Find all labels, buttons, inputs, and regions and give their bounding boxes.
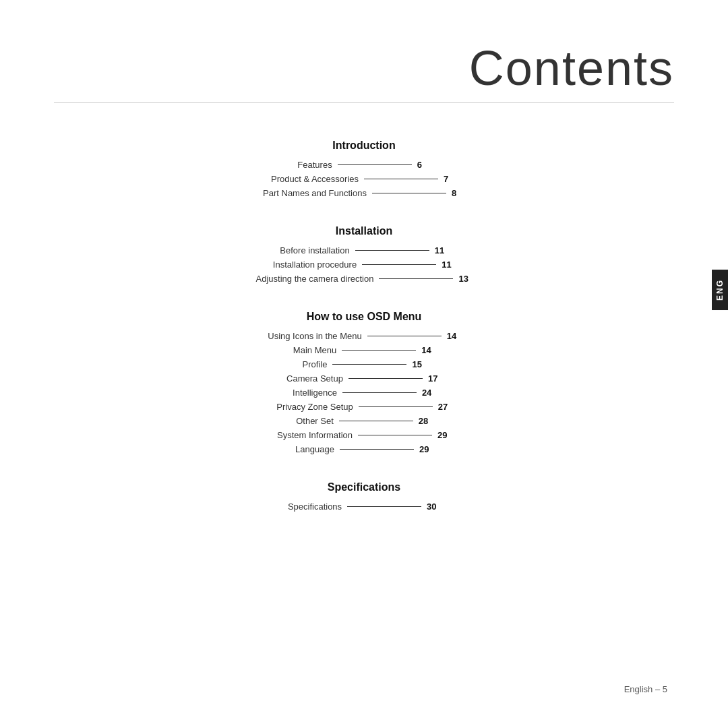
toc-entry: Using Icons in the Menu14	[175, 331, 553, 341]
entry-dots	[340, 449, 414, 450]
entry-page-number: 11	[442, 260, 455, 270]
toc-entry: Language29	[175, 444, 553, 454]
entry-dots	[362, 264, 436, 265]
entry-dots	[379, 278, 453, 279]
entry-text: Using Icons in the Menu	[268, 331, 361, 341]
toc-entry: Adjusting the camera direction13	[175, 274, 553, 284]
entry-dots	[342, 392, 417, 393]
toc-entry: Installation procedure11	[175, 260, 553, 270]
entry-dots	[364, 179, 438, 179]
toc-container: IntroductionFeatures6Product & Accessori…	[54, 123, 674, 522]
entry-page-number: 15	[412, 359, 425, 369]
entry-dots	[347, 506, 421, 507]
section-heading-installation: Installation	[175, 225, 553, 237]
entry-dots	[367, 336, 442, 336]
title-section: Contents	[54, 40, 674, 103]
entry-page-number: 24	[422, 388, 435, 398]
entry-dots	[339, 421, 413, 421]
section-specifications: SpecificationsSpecifications30	[175, 465, 553, 516]
entry-dots	[338, 164, 412, 165]
toc-entry: Profile15	[175, 359, 553, 369]
entry-page-number: 8	[452, 188, 465, 198]
entry-dots	[348, 378, 423, 379]
entry-text: Before installation	[280, 245, 349, 255]
entry-text: Main Menu	[293, 345, 336, 355]
entry-page-number: 11	[435, 245, 448, 255]
entry-page-number: 13	[458, 274, 472, 284]
entry-dots	[358, 435, 432, 435]
page-title: Contents	[469, 41, 674, 95]
entry-dots	[332, 364, 406, 365]
section-heading-specifications: Specifications	[175, 481, 553, 493]
footer: English – 5	[624, 684, 667, 694]
toc-entry: Intelligence24	[175, 388, 553, 398]
toc-entry: Product & Accessories7	[175, 174, 553, 184]
entry-page-number: 7	[444, 174, 457, 184]
entry-page-number: 29	[419, 444, 433, 454]
entry-page-number: 14	[421, 345, 435, 355]
entry-text: Other Set	[296, 416, 334, 426]
entry-text: Installation procedure	[273, 260, 357, 270]
entry-dots	[372, 193, 446, 193]
entry-page-number: 29	[437, 430, 451, 440]
toc-entry: Other Set28	[175, 416, 553, 426]
toc-entry: Part Names and Functions8	[175, 188, 553, 198]
section-osd-menu: How to use OSD MenuUsing Icons in the Me…	[175, 295, 553, 458]
entry-text: Language	[295, 444, 334, 454]
entry-page-number: 17	[428, 373, 442, 384]
entry-text: Features	[297, 160, 332, 170]
entry-text: Intelligence	[293, 388, 337, 398]
entry-page-number: 27	[438, 402, 452, 412]
toc-entry: Privacy Zone Setup27	[175, 402, 553, 412]
toc-entry: System Information29	[175, 430, 553, 440]
entry-dots	[359, 406, 433, 407]
toc-entry: Features6	[175, 160, 553, 170]
entry-text: Camera Setup	[286, 373, 343, 384]
section-heading-introduction: Introduction	[175, 140, 553, 152]
entry-dots	[342, 350, 416, 351]
toc-entry: Main Menu14	[175, 345, 553, 355]
entry-page-number: 14	[447, 331, 460, 341]
section-introduction: IntroductionFeatures6Product & Accessori…	[175, 123, 553, 202]
entry-text: Adjusting the camera direction	[256, 274, 374, 284]
entry-page-number: 28	[419, 416, 432, 426]
entry-text: Product & Accessories	[271, 174, 359, 184]
entry-text: Specifications	[288, 502, 342, 512]
side-tab: ENG	[712, 270, 728, 310]
section-installation: InstallationBefore installation11Install…	[175, 209, 553, 288]
page: Contents IntroductionFeatures6Product & …	[0, 0, 728, 728]
entry-text: Part Names and Functions	[263, 188, 367, 198]
toc-entry: Specifications30	[175, 502, 553, 512]
toc-entry: Before installation11	[175, 245, 553, 255]
toc-entry: Camera Setup17	[175, 373, 553, 384]
entry-page-number: 6	[417, 160, 431, 170]
section-heading-osd-menu: How to use OSD Menu	[175, 311, 553, 323]
entry-dots	[355, 250, 429, 251]
entry-text: Profile	[303, 359, 328, 369]
entry-text: Privacy Zone Setup	[276, 402, 353, 412]
entry-page-number: 30	[427, 502, 440, 512]
entry-text: System Information	[277, 430, 353, 440]
